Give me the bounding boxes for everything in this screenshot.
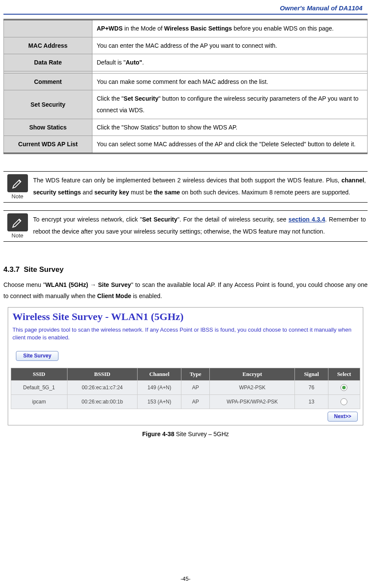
survey-select-cell[interactable] <box>328 381 360 395</box>
param-desc: You can make some comment for each MAC a… <box>92 73 368 90</box>
parameter-table: AP+WDS in the Mode of Wireless Basic Set… <box>3 19 368 154</box>
note-text-2: To encrypt your wireless network, click … <box>31 211 368 241</box>
radio-icon[interactable] <box>340 384 347 391</box>
table-row: Default_5G_100:26:ec:a1:c7:24149 (A+N)AP… <box>11 381 360 395</box>
doc-title: Owner's Manual of DA1104 <box>0 4 371 14</box>
survey-cell-encrypt: WPA2-PSK <box>210 381 295 395</box>
survey-select-cell[interactable] <box>328 395 360 409</box>
table-row: ipcam00:26:ec:ab:00:1b153 (A+N)APWPA-PSK… <box>11 395 360 409</box>
survey-col-header: SSID <box>11 368 67 381</box>
param-label: Comment <box>4 73 92 90</box>
param-row: Set SecurityClick the "Set Security" but… <box>4 90 368 119</box>
survey-col-header: Type <box>181 368 210 381</box>
survey-col-header: BSSID <box>67 368 138 381</box>
param-desc: You can select some MAC addresses of the… <box>92 136 368 154</box>
param-label: Set Security <box>4 90 92 119</box>
page-number: -45- <box>0 576 371 582</box>
note-label: Note <box>12 193 23 200</box>
param-row: CommentYou can make some comment for eac… <box>4 73 368 90</box>
survey-col-header: Channel <box>138 368 181 381</box>
figure-label: Figure 4-38 <box>142 431 175 437</box>
survey-cell-channel: 153 (A+N) <box>138 395 181 409</box>
param-desc: Default is "Auto". <box>92 54 368 71</box>
param-desc: Click the "Show Statics" button to show … <box>92 119 368 136</box>
param-desc: You can enter the MAC address of the AP … <box>92 37 368 54</box>
survey-cell-ssid: ipcam <box>11 395 67 409</box>
param-row: Show StaticsClick the "Show Statics" but… <box>4 119 368 136</box>
survey-cell-channel: 149 (A+N) <box>138 381 181 395</box>
survey-cell-encrypt: WPA-PSK/WPA2-PSK <box>210 395 295 409</box>
param-label: MAC Address <box>4 37 92 54</box>
figure-caption: Figure 4-38 Site Survey – 5GHz <box>0 431 371 437</box>
param-label: Show Statics <box>4 119 92 136</box>
figure-text: Site Survey – 5GHz <box>176 431 229 437</box>
section-title: Site Survey <box>24 265 64 274</box>
survey-col-header: Signal <box>295 368 328 381</box>
note-text-1: The WDS feature can only be implemented … <box>31 172 368 202</box>
survey-cell-ssid: Default_5G_1 <box>11 381 67 395</box>
section-number: 4.3.7 <box>3 265 20 274</box>
site-survey-button[interactable]: Site Survey <box>16 351 58 361</box>
survey-cell-signal: 76 <box>295 381 328 395</box>
radio-icon[interactable] <box>340 398 347 405</box>
survey-col-header: Encrypt <box>210 368 295 381</box>
note-icon: Note <box>3 211 31 241</box>
note-box-2: Note To encrypt your wireless network, c… <box>3 210 368 242</box>
param-label: Current WDS AP List <box>4 136 92 154</box>
screenshot-panel: Wireless Site Survey - WLAN1 (5GHz) This… <box>8 307 363 425</box>
survey-cell-bssid: 00:26:ec:ab:00:1b <box>67 395 138 409</box>
param-label: Data Rate <box>4 54 92 71</box>
survey-col-header: Select <box>328 368 360 381</box>
param-label <box>4 20 92 37</box>
survey-cell-type: AP <box>181 381 210 395</box>
param-desc: Click the "Set Security" button to confi… <box>92 90 368 119</box>
survey-cell-signal: 13 <box>295 395 328 409</box>
survey-table: SSIDBSSIDChannelTypeEncryptSignalSelect … <box>11 368 360 409</box>
next-button[interactable]: Next>> <box>328 412 358 422</box>
note-icon: Note <box>3 172 31 202</box>
section-body: Choose menu "WLAN1 (5GHz) → Site Survey"… <box>3 279 368 302</box>
header-rule <box>3 14 368 15</box>
param-row: Data RateDefault is "Auto". <box>4 54 368 71</box>
survey-cell-type: AP <box>181 395 210 409</box>
survey-cell-bssid: 00:26:ec:a1:c7:24 <box>67 381 138 395</box>
note-box-1: Note The WDS feature can only be impleme… <box>3 171 368 203</box>
param-row: AP+WDS in the Mode of Wireless Basic Set… <box>4 20 368 37</box>
param-row: MAC AddressYou can enter the MAC address… <box>4 37 368 54</box>
param-desc: AP+WDS in the Mode of Wireless Basic Set… <box>92 20 368 37</box>
ss-title: Wireless Site Survey - WLAN1 (5GHz) <box>12 311 360 323</box>
section-heading: 4.3.7 Site Survey <box>3 265 368 274</box>
note-label: Note <box>12 232 23 239</box>
param-row: Current WDS AP ListYou can select some M… <box>4 136 368 154</box>
ss-description: This page provides tool to scan the wire… <box>12 326 359 342</box>
